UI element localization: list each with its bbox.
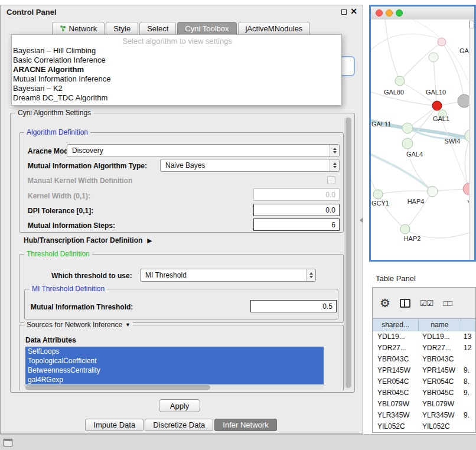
- control-panel-titlebar[interactable]: Control Panel ✕: [1, 5, 363, 19]
- list-item-betweennesscentrality[interactable]: BetweennessCentrality: [25, 366, 324, 375]
- attributes-horizontal-scrollbar[interactable]: [25, 385, 324, 390]
- network-window-titlebar[interactable]: [371, 6, 474, 20]
- select-all-columns-icon[interactable]: ☑☑: [420, 299, 433, 308]
- tab-infer-network[interactable]: Infer Network: [214, 419, 276, 431]
- kernel-width-value: 0.0: [325, 191, 335, 199]
- tab-jactivemnodules-label: jActiveMNodules: [246, 24, 303, 33]
- dropdown-option-bayesian-k2[interactable]: Bayesian – K2: [12, 84, 341, 93]
- table-cell: YDR27...: [419, 343, 461, 354]
- list-item-selfloops[interactable]: SelfLoops: [25, 347, 324, 356]
- panel-splitter-arrow-icon[interactable]: [360, 217, 363, 223]
- network-icon: [60, 25, 66, 32]
- minimized-window-icon[interactable]: [4, 439, 12, 446]
- network-node[interactable]: [438, 38, 446, 46]
- tab-network[interactable]: Network: [52, 22, 105, 35]
- zoom-traffic-light[interactable]: [396, 9, 403, 17]
- dpi-tolerance-value: 0.0: [325, 206, 335, 214]
- table-row[interactable]: YBR045C YBR045C 9.: [373, 387, 475, 399]
- mi-threshold-field[interactable]: 0.5: [250, 300, 337, 312]
- tab-select[interactable]: Select: [139, 22, 176, 35]
- mi-steps-field[interactable]: 6: [253, 219, 340, 231]
- aracne-mode-combo[interactable]: Discovery: [67, 144, 340, 157]
- mi-steps-value: 6: [331, 221, 335, 229]
- dropdown-option-basic-correlation[interactable]: Basic Correlation Inference: [12, 56, 341, 65]
- tab-cyni-toolbox[interactable]: Cyni Toolbox: [177, 22, 236, 35]
- network-node-label: HAP2: [404, 235, 421, 242]
- table-cell: [461, 354, 475, 365]
- settings-scrollbar-thumb[interactable]: [345, 118, 351, 388]
- float-window-icon[interactable]: [341, 9, 347, 15]
- table-cell: YIL052C: [419, 421, 461, 432]
- mi-type-combo[interactable]: Naive Bayes: [160, 159, 340, 172]
- table-cell: 9.: [461, 387, 475, 399]
- table-row[interactable]: YBL079W YBL079W: [373, 399, 475, 410]
- table-cell: YDL19...: [373, 331, 419, 343]
- tab-discretize-data-label: Discretize Data: [153, 420, 205, 429]
- network-canvas-area[interactable]: GAL GAL80 GAL10 GAL11 GAL1 SWI4 GAL4 GCY…: [371, 19, 474, 260]
- column-header-shared-name[interactable]: shared...: [373, 319, 419, 331]
- table-cell: YBL079W: [419, 399, 461, 410]
- table-row[interactable]: YDL19... YDL19... 13: [373, 331, 475, 343]
- network-node-label: GAL11: [371, 120, 391, 128]
- table-row[interactable]: YPR145W YPR145W 9.: [373, 365, 475, 376]
- network-node-label: HAP4: [407, 198, 425, 205]
- network-node[interactable]: [432, 101, 442, 110]
- expand-right-icon[interactable]: ▶: [147, 237, 152, 244]
- table-row[interactable]: YBR043C YBR043C: [373, 354, 475, 365]
- dropdown-option-aracne[interactable]: ARACNE Algorithm: [12, 65, 341, 74]
- tab-discretize-data[interactable]: Discretize Data: [145, 419, 213, 431]
- sources-group: Sources for Network Inference ▼ Data Att…: [19, 325, 344, 391]
- attributes-scrollbar-thumb[interactable]: [25, 385, 210, 390]
- network-node[interactable]: [400, 224, 410, 234]
- network-canvas[interactable]: GAL GAL80 GAL10 GAL11 GAL1 SWI4 GAL4 GCY…: [371, 19, 474, 260]
- deselect-all-columns-icon[interactable]: □□: [443, 299, 452, 308]
- combo-arrows-icon: [306, 269, 315, 281]
- column-header-extra[interactable]: [461, 319, 475, 331]
- list-item-gal4rgexp[interactable]: gal4RGexp: [25, 375, 324, 384]
- minimize-traffic-light[interactable]: [386, 9, 393, 17]
- table-row[interactable]: YIL052C YIL052C: [373, 421, 475, 432]
- tab-impute-data[interactable]: Impute Data: [85, 419, 144, 431]
- data-attributes-list[interactable]: SelfLoops TopologicalCoefficient Between…: [25, 347, 324, 384]
- table-body[interactable]: YDL19... YDL19... 13 YDR27... YDR27... 1…: [373, 331, 475, 432]
- network-scrollbar-box[interactable]: [470, 21, 474, 28]
- list-item-topologicalcoefficient[interactable]: TopologicalCoefficient: [25, 356, 324, 366]
- table-row[interactable]: YER054C YER054C 8.: [373, 376, 475, 387]
- tab-style[interactable]: Style: [106, 22, 138, 35]
- gear-icon[interactable]: ⚙: [380, 297, 390, 309]
- close-icon[interactable]: ✕: [350, 6, 357, 16]
- network-node[interactable]: [429, 53, 438, 62]
- network-vertical-scrollbar[interactable]: [469, 19, 474, 260]
- column-header-name[interactable]: name: [419, 319, 461, 331]
- mi-threshold-value: 0.5: [322, 302, 332, 311]
- collapse-down-icon[interactable]: ▼: [125, 322, 131, 328]
- close-traffic-light[interactable]: [376, 9, 383, 17]
- table-row[interactable]: YDR27... YDR27... 12: [373, 343, 475, 354]
- network-node[interactable]: [402, 138, 413, 149]
- table-cell: YPR145W: [373, 365, 419, 376]
- table-panel-title: Table Panel: [376, 274, 416, 283]
- which-threshold-combo[interactable]: MI Threshold: [140, 269, 316, 282]
- apply-button[interactable]: Apply: [159, 399, 200, 412]
- network-node[interactable]: [395, 76, 405, 86]
- network-node[interactable]: [373, 190, 383, 199]
- table-cell: YBR043C: [419, 354, 461, 365]
- dropdown-option-mutual-information[interactable]: Mutual Information Inference: [12, 74, 341, 84]
- kernel-width-field: 0.0: [253, 188, 340, 201]
- columns-icon[interactable]: [400, 299, 410, 308]
- hub-definition-section[interactable]: Hub/Transcription Factor Definition ▶: [24, 236, 152, 244]
- network-node[interactable]: [402, 123, 413, 133]
- table-row[interactable]: YLR345W YLR345W 9.: [373, 410, 475, 421]
- dpi-tolerance-field[interactable]: 0.0: [253, 204, 340, 216]
- aracne-mode-value: Discovery: [67, 146, 330, 155]
- network-node[interactable]: [427, 186, 438, 197]
- table-cell: YLR345W: [419, 410, 461, 421]
- tab-jactivemnodules[interactable]: jActiveMNodules: [238, 22, 311, 35]
- cyni-algorithm-settings-group: Cyni Algorithm Settings Algorithm Defini…: [10, 113, 355, 393]
- settings-vertical-scrollbar[interactable]: [344, 116, 352, 389]
- dropdown-option-dream8[interactable]: Dream8 DC_TDC Algorithm: [12, 93, 341, 103]
- manual-kernel-checkbox[interactable]: [327, 176, 335, 184]
- table-cell: YER054C: [419, 376, 461, 387]
- table-cell: YBR045C: [373, 387, 419, 399]
- dropdown-option-bayesian-hill-climbing[interactable]: Bayesian – Hill Climbing: [12, 46, 341, 56]
